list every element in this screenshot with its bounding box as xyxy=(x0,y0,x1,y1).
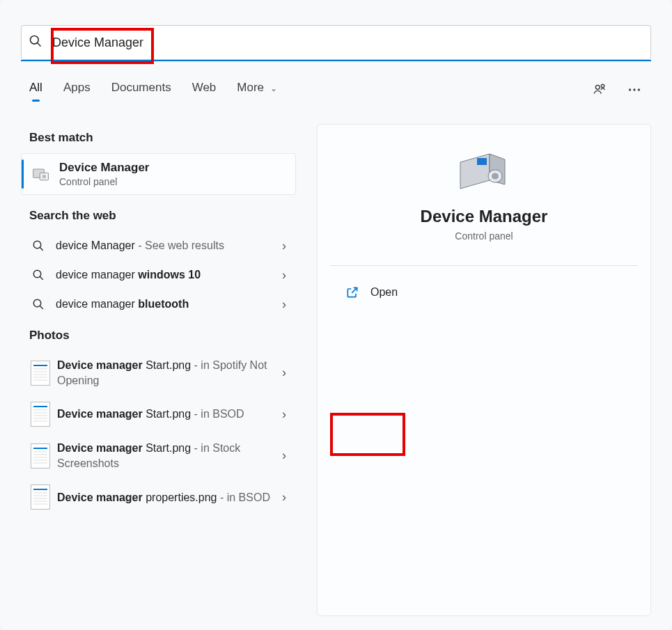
file-thumbnail-icon xyxy=(31,402,50,427)
search-focus-underline xyxy=(21,60,651,61)
device-manager-large-icon xyxy=(456,150,512,194)
web-result-2[interactable]: device manager bluetooth › xyxy=(21,290,296,319)
svg-point-20 xyxy=(492,173,499,180)
web-result-text: device manager windows 10 xyxy=(56,267,282,283)
filter-tabs: All Apps Documents Web More ⌄ xyxy=(29,81,643,99)
svg-point-5 xyxy=(633,88,635,90)
file-thumbnail-icon xyxy=(31,361,50,386)
chevron-right-icon: › xyxy=(282,239,286,253)
svg-point-14 xyxy=(33,299,41,307)
tab-more[interactable]: More ⌄ xyxy=(237,81,276,99)
search-icon xyxy=(31,267,46,283)
section-web-header: Search the web xyxy=(29,209,288,223)
device-manager-icon xyxy=(31,164,51,184)
svg-point-12 xyxy=(33,270,41,278)
web-result-1[interactable]: device manager windows 10 › xyxy=(21,260,296,290)
section-photos-header: Photos xyxy=(29,329,288,342)
tab-web[interactable]: Web xyxy=(192,81,217,99)
preview-title: Device Manager xyxy=(421,207,548,226)
results-list: Best match Device Manager Control panel … xyxy=(21,124,296,616)
photo-result-text: Device manager Start.png - in BSOD xyxy=(57,407,282,422)
svg-line-13 xyxy=(40,276,43,280)
svg-rect-18 xyxy=(477,158,487,165)
svg-point-4 xyxy=(629,88,631,90)
svg-point-10 xyxy=(33,241,41,249)
tab-all[interactable]: All xyxy=(29,81,42,99)
chevron-right-icon: › xyxy=(282,448,286,463)
divider xyxy=(330,265,638,266)
open-action[interactable]: Open xyxy=(333,278,410,306)
results-area: Best match Device Manager Control panel … xyxy=(21,124,651,616)
svg-point-3 xyxy=(601,84,604,87)
svg-point-2 xyxy=(595,85,600,89)
photo-result-3[interactable]: Device manager properties.png - in BSOD … xyxy=(21,478,296,517)
search-icon xyxy=(31,238,46,253)
tab-apps[interactable]: Apps xyxy=(63,81,91,99)
section-best-match-header: Best match xyxy=(29,131,288,145)
chevron-right-icon: › xyxy=(282,365,286,380)
more-options-icon[interactable] xyxy=(626,81,643,98)
best-match-subtitle: Control panel xyxy=(59,176,149,187)
chevron-right-icon: › xyxy=(282,268,286,283)
search-icon xyxy=(29,34,45,51)
tab-documents[interactable]: Documents xyxy=(111,81,171,99)
chevron-right-icon: › xyxy=(282,490,286,505)
best-match-result[interactable]: Device Manager Control panel xyxy=(21,153,296,195)
svg-line-11 xyxy=(40,247,43,251)
svg-point-6 xyxy=(638,88,640,90)
web-result-text: device manager bluetooth xyxy=(56,297,282,312)
best-match-title: Device Manager xyxy=(59,161,149,175)
preview-subtitle: Control panel xyxy=(455,230,513,242)
open-external-icon xyxy=(345,285,359,299)
web-result-0[interactable]: device Manager - See web results › xyxy=(21,231,296,260)
photo-result-text: Device manager Start.png - in Spotify No… xyxy=(57,358,282,388)
web-result-text: device Manager - See web results xyxy=(56,238,282,253)
photo-result-2[interactable]: Device manager Start.png - in Stock Scre… xyxy=(21,434,296,478)
chevron-right-icon: › xyxy=(282,297,286,312)
tab-more-label: More xyxy=(237,81,264,94)
svg-line-15 xyxy=(40,306,43,309)
chevron-down-icon: ⌄ xyxy=(270,84,277,93)
account-icon[interactable] xyxy=(591,81,608,98)
svg-line-1 xyxy=(38,43,41,47)
svg-point-9 xyxy=(42,175,46,178)
file-thumbnail-icon xyxy=(31,485,50,510)
file-thumbnail-icon xyxy=(31,443,50,468)
photo-result-0[interactable]: Device manager Start.png - in Spotify No… xyxy=(21,351,296,395)
svg-point-0 xyxy=(31,36,39,45)
search-bar[interactable] xyxy=(21,25,651,60)
search-icon xyxy=(31,297,46,312)
photo-result-text: Device manager properties.png - in BSOD xyxy=(57,490,282,505)
preview-panel: Device Manager Control panel Open xyxy=(317,124,651,616)
photo-result-1[interactable]: Device manager Start.png - in BSOD › xyxy=(21,395,296,434)
search-input[interactable] xyxy=(45,36,643,50)
chevron-right-icon: › xyxy=(282,407,286,422)
photo-result-text: Device manager Start.png - in Stock Scre… xyxy=(57,441,282,471)
start-search-window: All Apps Documents Web More ⌄ Best match xyxy=(0,0,672,630)
open-label: Open xyxy=(370,286,398,299)
